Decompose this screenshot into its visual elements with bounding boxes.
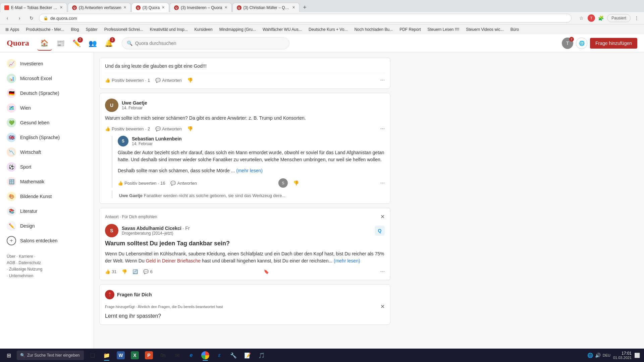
top-upvote-button[interactable]: 👍 Positiv bewerten · 1 xyxy=(105,78,150,83)
sidebar-item-excel[interactable]: 📊 Microsoft Excel xyxy=(0,71,94,86)
top-downvote-button[interactable]: 👎 xyxy=(187,77,193,83)
volume-icon[interactable]: 🔊 xyxy=(595,353,601,358)
rec-more-button[interactable]: ··· xyxy=(380,268,385,275)
taskbar-app-edge2[interactable]: ε xyxy=(213,349,226,361)
rec-comment-button[interactable]: 💬 6 xyxy=(143,269,152,274)
sebastian-upvote-button[interactable]: 👍 Positiv bewerten · 16 xyxy=(118,181,165,186)
sebastian-downvote-button[interactable]: 👎 xyxy=(293,180,299,186)
bookmark-blog[interactable]: Blog xyxy=(68,26,82,33)
sebastian-more-button[interactable]: ··· xyxy=(380,180,385,186)
bookmark-kursideen[interactable]: Kursideen xyxy=(192,26,215,33)
tab-gmail[interactable]: E-Mail – Tobias Becker – Outlook ✕ xyxy=(0,3,67,12)
sidebar-item-mathematik[interactable]: 🔢 Mathematik xyxy=(0,174,94,189)
footer-agb[interactable]: AGB xyxy=(7,260,15,265)
bookmark-produktsuche[interactable]: Produktsuche - Mer... xyxy=(23,26,67,33)
uwe-upvote-button[interactable]: 👍 Positiv bewerten · 2 xyxy=(105,126,150,131)
footer-unternehmen[interactable]: Unternehmen xyxy=(9,274,34,278)
extensions-icon[interactable]: 🧩 xyxy=(596,13,606,23)
taskbar-app-tool[interactable]: 🔧 xyxy=(227,349,240,361)
taskbar-app-edge[interactable]: e xyxy=(184,349,198,361)
taskbar-app-store[interactable]: 🛍 xyxy=(156,349,170,361)
rec-question[interactable]: Warum solltest Du jeden Tag dankbar sein… xyxy=(105,240,385,247)
bookmark-professionell[interactable]: Professionell Schrei... xyxy=(102,26,146,33)
sidebar-item-englisch[interactable]: 🇬🇧 Englisch (Sprache) xyxy=(0,130,94,145)
bookmark-pdf[interactable]: PDF Report xyxy=(397,26,423,33)
sidebar-item-salons[interactable]: + Salons entdecken xyxy=(0,233,94,248)
uwe-downvote-button[interactable]: 👎 xyxy=(187,126,193,131)
sidebar-item-wien[interactable]: 🗺️ Wien xyxy=(0,101,94,115)
bookmark-steuern-videos[interactable]: Steuern Videos wic... xyxy=(463,26,506,33)
sidebar-item-gesund[interactable]: 💚 Gesund leben xyxy=(0,115,94,130)
new-tab-button[interactable]: + xyxy=(300,3,310,12)
pausiert-button[interactable]: Pausiert xyxy=(607,14,631,22)
tab-close-quora2[interactable]: ✕ xyxy=(162,5,165,10)
tab-quora2[interactable]: Q (3) Quora ✕ xyxy=(131,3,169,12)
profile-icon[interactable]: T xyxy=(588,14,595,22)
sebastian-reply-button[interactable]: 💬 Antworten xyxy=(170,181,197,186)
tab-quora3[interactable]: Q (3) Investieren – Quora ✕ xyxy=(170,3,231,12)
address-bar[interactable]: 🔒 de.quora.com xyxy=(39,14,572,22)
taskbar-app-powerpoint[interactable]: P xyxy=(142,349,156,361)
sebastian-read-more[interactable]: (mehr lesen) xyxy=(236,168,263,173)
footer-zulaessige[interactable]: Zulässige Nutzung xyxy=(9,267,42,272)
forward-button[interactable]: › xyxy=(15,13,24,23)
taskbar-search[interactable]: 🔍 Zur Suche Text hier eingeben xyxy=(17,351,84,360)
uwe-reply-button[interactable]: 💬 Antworten xyxy=(155,126,182,131)
footer-ueber[interactable]: Über xyxy=(7,254,15,259)
tab-quora1[interactable]: Q (3) Antworten verfassen ✕ xyxy=(68,3,131,12)
fragen-question[interactable]: Lernt eng ihr spassten? xyxy=(105,313,385,319)
taskbar-app-mail[interactable]: ✉ xyxy=(170,349,184,361)
top-more-button[interactable]: ··· xyxy=(380,77,385,83)
add-question-button[interactable]: Frage hinzufügen xyxy=(590,38,637,49)
footer-datenschutz[interactable]: Datenschutz xyxy=(18,260,41,265)
nav-answers[interactable]: ✏️ 2 xyxy=(69,36,84,51)
top-reply-button[interactable]: 💬 Antworten xyxy=(155,78,182,83)
tab-close-quora1[interactable]: ✕ xyxy=(123,5,126,10)
tab-quora4[interactable]: Q (3) Christian Müller – Quora ✕ xyxy=(232,3,300,12)
tab-close-quora4[interactable]: ✕ xyxy=(292,5,295,10)
nav-news[interactable]: 📰 xyxy=(53,36,68,51)
tab-close-gmail[interactable]: ✕ xyxy=(60,5,63,10)
language-button[interactable]: 🌐 xyxy=(576,38,587,49)
bookmark-icon[interactable]: ☆ xyxy=(577,13,586,23)
bookmark-apps[interactable]: ⊞ Apps xyxy=(3,26,22,33)
settings-icon[interactable]: ⋮ xyxy=(632,13,641,23)
taskbar-app-chrome[interactable] xyxy=(199,349,212,361)
fragen-close-button[interactable]: ✕ xyxy=(380,303,385,310)
sidebar-item-wirtschaft[interactable]: 📉 Wirtschaft xyxy=(0,145,94,160)
nav-notifications[interactable]: 🔔 1 xyxy=(102,36,116,51)
taskbar-app-excel[interactable]: X xyxy=(128,349,142,361)
tab-close-quora3[interactable]: ✕ xyxy=(224,5,227,10)
user-avatar-button[interactable]: T 2 xyxy=(562,38,573,49)
bookmark-buero[interactable]: Büro xyxy=(508,26,522,33)
sidebar-item-deutsch[interactable]: 🇩🇪 Deutsch (Sprache) xyxy=(0,86,94,101)
network-icon[interactable]: 🌐 xyxy=(587,353,593,358)
search-input[interactable] xyxy=(135,41,284,46)
sebastian-name[interactable]: Sebastian Lunkenbein xyxy=(132,136,182,141)
sidebar-item-sport[interactable]: ⚽ Sport xyxy=(0,160,94,174)
sidebar-item-design[interactable]: ✏️ Design xyxy=(0,219,94,233)
uwe-more-button[interactable]: ··· xyxy=(380,126,385,132)
start-button[interactable]: ⊞ xyxy=(1,349,16,361)
footer-karriere[interactable]: Karriere xyxy=(19,254,33,259)
bookmark-kreativitaet[interactable]: Kreativität und Insp... xyxy=(147,26,191,33)
reload-button[interactable]: ↻ xyxy=(27,13,36,23)
rec-downvote-button[interactable]: 👎 xyxy=(122,269,127,274)
rec-read-more[interactable]: (mehr lesen) xyxy=(334,258,360,263)
sidebar-item-investieren[interactable]: 📈 Investieren xyxy=(0,56,94,71)
nav-people[interactable]: 👥 xyxy=(86,36,100,51)
taskbar-app-word[interactable]: W xyxy=(114,349,127,361)
nav-home[interactable]: 🏠 xyxy=(37,36,52,51)
bookmark-hochladen[interactable]: Noch hochladen Bu... xyxy=(352,26,395,33)
sidebar-item-kunst[interactable]: 🎨 Bildende Kunst xyxy=(0,189,94,204)
bookmark-spaeter[interactable]: Später xyxy=(83,26,100,33)
bookmark-deutsch-kurs[interactable]: Deutsche Kurs + Vo... xyxy=(306,26,350,33)
rec-user-name[interactable]: Savas Abdulhamid Cicekci · Fr xyxy=(122,226,371,231)
bookmark-wahlfaecher[interactable]: Wahlfächer WU Aus... xyxy=(260,26,305,33)
taskbar-app-music[interactable]: 🎵 xyxy=(255,349,268,361)
rec-share-button[interactable]: 🔄 xyxy=(132,269,138,274)
sidebar-item-literatur[interactable]: 📚 Literatur xyxy=(0,204,94,219)
uwe-name[interactable]: Uwe Gaetje xyxy=(122,100,147,106)
rec-bookmark-button[interactable]: 🔖 xyxy=(264,269,269,274)
bookmark-mindmapping[interactable]: Mindmapping (Gru... xyxy=(217,26,259,33)
